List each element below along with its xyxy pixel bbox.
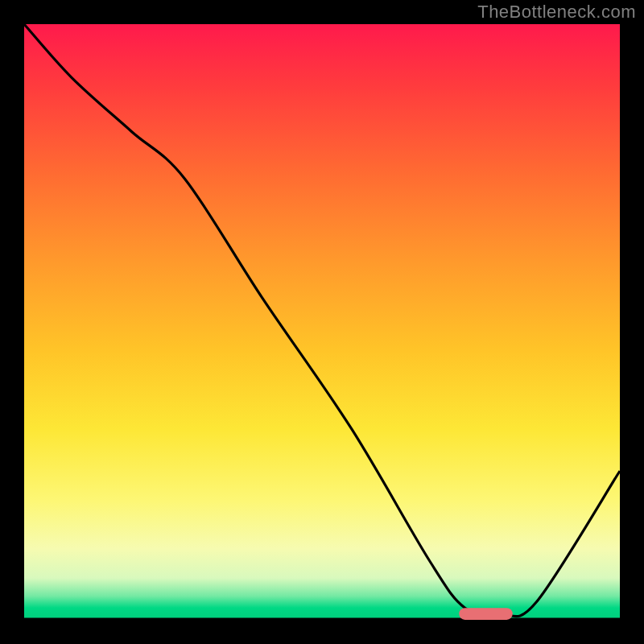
chart-overlay xyxy=(24,24,620,620)
plot-area xyxy=(24,24,620,620)
attribution-label: TheBottleneck.com xyxy=(477,2,636,23)
chart-container: TheBottleneck.com xyxy=(0,0,644,644)
optimal-range-marker xyxy=(459,608,513,620)
bottleneck-curve xyxy=(24,24,620,617)
